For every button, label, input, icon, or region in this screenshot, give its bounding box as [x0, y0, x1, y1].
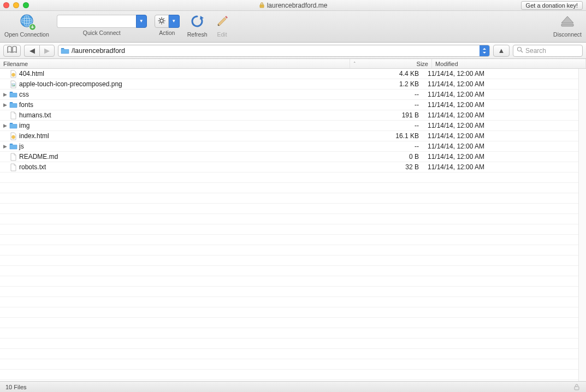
- file-icon: [9, 80, 17, 88]
- svg-marker-15: [218, 17, 226, 26]
- table-row: [0, 266, 578, 276]
- table-row[interactable]: ▶index.html16.1 KB11/14/14, 12:00 AM: [0, 131, 578, 141]
- disconnect-button[interactable]: [559, 13, 576, 29]
- toolbar: + Open Connection ▼ Quick Connect ▼ Acti…: [0, 11, 586, 43]
- table-row[interactable]: ▶css--11/14/14, 12:00 AM: [0, 90, 578, 100]
- file-name: apple-touch-icon-precomposed.png: [19, 80, 122, 88]
- column-size[interactable]: ˄ Size: [350, 59, 432, 68]
- folder-icon: [9, 122, 17, 130]
- minimize-window-button[interactable]: [13, 2, 19, 8]
- file-name: js: [19, 142, 24, 150]
- gear-icon: [158, 17, 165, 26]
- nav-back-button[interactable]: ◀: [24, 45, 39, 57]
- donation-button[interactable]: Get a donation key!: [521, 1, 583, 10]
- svg-line-24: [521, 51, 523, 52]
- lock-icon: [259, 2, 265, 9]
- file-size: 32 B: [342, 163, 424, 171]
- file-name: robots.txt: [19, 163, 46, 171]
- table-row[interactable]: ▶README.md0 B11/14/14, 12:00 AM: [0, 152, 578, 162]
- quick-connect-dropdown[interactable]: ▼: [136, 15, 147, 28]
- file-icon: [9, 163, 17, 171]
- eject-icon: [559, 14, 576, 28]
- search-icon: [517, 46, 523, 55]
- close-window-button[interactable]: [3, 2, 9, 8]
- table-row: [0, 318, 578, 328]
- svg-marker-22: [483, 52, 486, 54]
- file-size: --: [342, 101, 424, 109]
- disclosure-triangle-icon[interactable]: ▶: [2, 92, 8, 97]
- file-icon: [9, 153, 17, 161]
- file-modified: 11/14/14, 12:00 AM: [424, 111, 578, 119]
- file-size: --: [342, 91, 424, 98]
- disconnect-label: Disconnect: [553, 31, 582, 38]
- book-icon: [7, 46, 17, 55]
- chevron-down-icon: ▼: [139, 19, 144, 23]
- table-row[interactable]: ▶404.html4.4 KB11/14/14, 12:00 AM: [0, 69, 578, 79]
- file-size: --: [342, 122, 424, 129]
- action-dropdown[interactable]: ▼: [169, 15, 180, 28]
- disclosure-triangle-icon[interactable]: ▶: [2, 102, 8, 108]
- table-row[interactable]: ▶robots.txt32 B11/14/14, 12:00 AM: [0, 162, 578, 173]
- file-icon: [9, 132, 17, 140]
- svg-point-5: [160, 19, 163, 22]
- table-row[interactable]: ▶js--11/14/14, 12:00 AM: [0, 141, 578, 152]
- file-size: 0 B: [342, 153, 424, 161]
- scrollbar-vertical[interactable]: [578, 69, 586, 381]
- table-row[interactable]: ▶apple-touch-icon-precomposed.png1.2 KB1…: [0, 79, 578, 90]
- quick-connect-label: Quick Connect: [83, 29, 121, 36]
- triangle-left-icon: ◀: [29, 46, 35, 55]
- action-label: Action: [159, 29, 175, 36]
- table-row: [0, 297, 578, 307]
- lock-icon: [573, 383, 581, 391]
- file-modified: 11/14/14, 12:00 AM: [424, 122, 578, 129]
- pathbar: ◀ ▶ /laurencebradford ▲: [0, 43, 586, 59]
- file-name: 404.html: [19, 70, 44, 78]
- triangle-up-icon: ▲: [498, 46, 505, 55]
- file-count: 10 Files: [5, 384, 27, 390]
- svg-marker-21: [483, 48, 486, 50]
- table-row: [0, 370, 578, 380]
- file-modified: 11/14/14, 12:00 AM: [424, 153, 578, 161]
- table-row: [0, 328, 578, 338]
- svg-rect-19: [561, 24, 573, 26]
- column-filename[interactable]: Filename: [0, 59, 350, 68]
- table-row: [0, 193, 578, 204]
- svg-rect-0: [259, 5, 263, 8]
- table-row[interactable]: ▶humans.txt191 B11/14/14, 12:00 AM: [0, 110, 578, 121]
- pencil-icon: [215, 14, 229, 28]
- column-modified[interactable]: Modified: [432, 59, 586, 68]
- file-size: 16.1 KB: [342, 132, 424, 140]
- file-size: 1.2 KB: [342, 80, 424, 88]
- quick-connect-input[interactable]: [57, 15, 136, 28]
- bookmarks-button[interactable]: [3, 45, 21, 57]
- search-input[interactable]: [525, 47, 579, 55]
- table-row: [0, 349, 578, 359]
- table-row: [0, 235, 578, 245]
- table-row[interactable]: ▶img--11/14/14, 12:00 AM: [0, 121, 578, 131]
- file-size: --: [342, 142, 424, 150]
- disclosure-triangle-icon[interactable]: ▶: [2, 144, 8, 149]
- open-connection-label: Open Connection: [4, 31, 49, 38]
- refresh-button[interactable]: [190, 13, 204, 29]
- path-field[interactable]: /laurencebradford: [58, 45, 490, 57]
- nav-forward-button[interactable]: ▶: [39, 45, 55, 57]
- svg-line-13: [163, 18, 164, 19]
- path-text: /laurencebradford: [72, 47, 487, 55]
- table-row: [0, 214, 578, 224]
- table-row: [0, 287, 578, 297]
- disclosure-triangle-icon[interactable]: ▶: [2, 123, 8, 128]
- table-row: [0, 338, 578, 349]
- go-up-button[interactable]: ▲: [493, 45, 510, 57]
- file-modified: 11/14/14, 12:00 AM: [424, 132, 578, 140]
- table-row[interactable]: ▶fonts--11/14/14, 12:00 AM: [0, 100, 578, 110]
- svg-point-23: [518, 47, 522, 51]
- file-modified: 11/14/14, 12:00 AM: [424, 91, 578, 98]
- search-field[interactable]: [513, 45, 583, 57]
- svg-rect-25: [575, 387, 579, 390]
- path-dropdown[interactable]: [480, 45, 489, 56]
- table-row: [0, 173, 578, 183]
- open-connection-button[interactable]: +: [19, 13, 35, 29]
- file-name: fonts: [19, 101, 33, 109]
- zoom-window-button[interactable]: [23, 2, 29, 8]
- action-button[interactable]: [155, 15, 169, 28]
